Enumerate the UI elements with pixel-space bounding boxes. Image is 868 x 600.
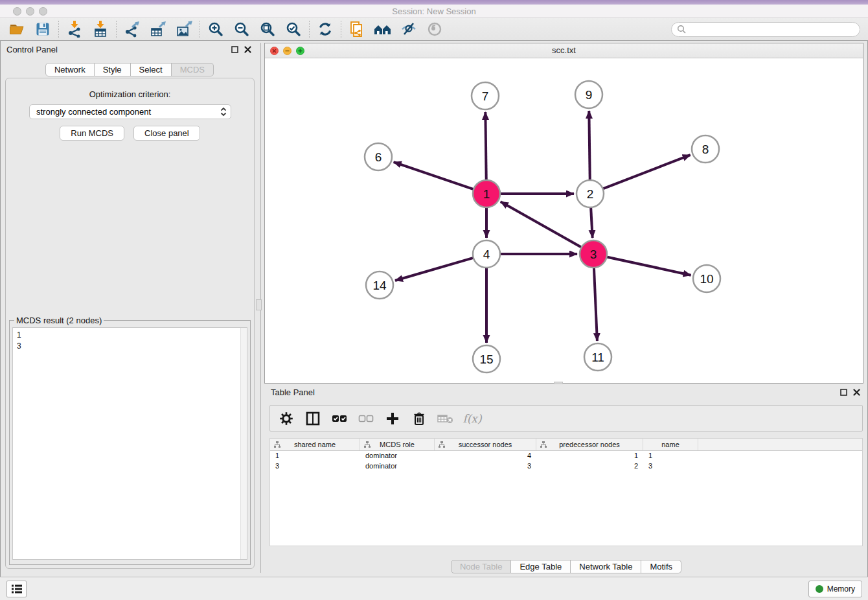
column-header-predecessor-nodes[interactable]: predecessor nodes bbox=[536, 439, 643, 450]
tab-mcds[interactable]: MCDS bbox=[172, 63, 214, 76]
zoom-fit-icon[interactable] bbox=[255, 19, 280, 39]
cell-predecessor-nodes: 1 bbox=[536, 451, 643, 461]
tab-network-table[interactable]: Network Table bbox=[571, 560, 641, 573]
hide-graphics-details-icon[interactable] bbox=[396, 19, 422, 39]
cell-MCDS-role: dominator bbox=[360, 451, 435, 461]
column-header-name[interactable]: name bbox=[643, 439, 698, 450]
tab-motifs[interactable]: Motifs bbox=[641, 560, 681, 573]
titlebar: Session: New Session bbox=[0, 0, 868, 18]
tab-select[interactable]: Select bbox=[131, 63, 172, 76]
open-session-icon[interactable] bbox=[4, 19, 30, 39]
column-header-shared-name[interactable]: shared name bbox=[270, 439, 360, 450]
graph-edge-2-9[interactable] bbox=[589, 111, 589, 180]
column-header-successor-nodes[interactable]: successor nodes bbox=[435, 439, 536, 450]
close-panel-button[interactable]: Close panel bbox=[133, 126, 200, 141]
refresh-layout-icon[interactable] bbox=[312, 19, 338, 39]
search-field[interactable] bbox=[671, 22, 860, 37]
mcds-result-lines: 1 3 bbox=[13, 328, 247, 354]
splitter-handle[interactable] bbox=[256, 299, 262, 310]
graph-edge-1-7[interactable] bbox=[485, 112, 486, 180]
table-body: 1dominator4113dominator323 bbox=[270, 451, 862, 472]
search-icon bbox=[677, 25, 687, 34]
table-settings-icon[interactable] bbox=[278, 410, 295, 427]
import-table-icon[interactable] bbox=[87, 19, 113, 39]
tab-node-table[interactable]: Node Table bbox=[451, 560, 512, 573]
export-image-icon[interactable] bbox=[171, 19, 197, 39]
dropdown-stepper-icon bbox=[220, 107, 227, 117]
run-mcds-button[interactable]: Run MCDS bbox=[60, 126, 124, 141]
graph-edge-3-10[interactable] bbox=[607, 257, 691, 275]
table-toolbar: f(x) bbox=[269, 405, 863, 432]
mcds-result-textarea[interactable]: 1 3 bbox=[12, 327, 247, 560]
float-panel-icon[interactable] bbox=[840, 389, 847, 396]
cell-MCDS-role: dominator bbox=[360, 461, 435, 472]
float-panel-icon[interactable] bbox=[231, 46, 238, 53]
search-input[interactable] bbox=[690, 25, 854, 34]
node-table[interactable]: shared nameMCDS rolesuccessor nodesprede… bbox=[269, 438, 863, 546]
export-network-icon[interactable] bbox=[119, 19, 145, 39]
status-bar: Memory bbox=[0, 577, 868, 600]
delete-row-icon[interactable] bbox=[411, 410, 428, 427]
window-title: Session: New Session bbox=[0, 5, 868, 18]
graph-edge-3-11[interactable] bbox=[594, 268, 597, 341]
toolbar-separator bbox=[116, 21, 117, 38]
show-graphics-details-icon[interactable] bbox=[422, 19, 448, 39]
deselect-all-checkboxes-icon[interactable] bbox=[358, 410, 374, 427]
dropdown-value: strongly connected component bbox=[36, 107, 220, 117]
control-panel: Control Panel NetworkStyleSelectMCDS Opt… bbox=[0, 43, 259, 573]
column-header-MCDS-role[interactable]: MCDS role bbox=[360, 439, 435, 450]
graph-edge-4-14[interactable] bbox=[395, 258, 474, 281]
graph-edge-2-8[interactable] bbox=[603, 155, 691, 189]
zoom-in-icon[interactable] bbox=[203, 19, 229, 39]
graph-edge-1-6[interactable] bbox=[394, 162, 474, 189]
application-window: Session: New Session bbox=[0, 0, 868, 600]
table-panel: Table Panel bbox=[264, 386, 868, 573]
graph-edge-2-3[interactable] bbox=[591, 207, 593, 238]
task-history-button[interactable] bbox=[6, 581, 27, 597]
close-panel-icon[interactable] bbox=[853, 389, 860, 396]
graph-node-label: 7 bbox=[482, 89, 489, 103]
table-panel-title: Table Panel bbox=[271, 387, 315, 397]
table-row[interactable]: 3dominator323 bbox=[270, 461, 862, 472]
tab-style[interactable]: Style bbox=[95, 63, 131, 76]
mcds-result-group: MCDS result (2 nodes) 1 3 bbox=[9, 320, 251, 565]
columns-icon[interactable] bbox=[304, 410, 321, 427]
network-window-titlebar[interactable]: scc.txt bbox=[265, 43, 863, 58]
horizontal-splitter-handle[interactable] bbox=[554, 382, 563, 384]
add-row-icon[interactable] bbox=[384, 410, 401, 427]
save-session-icon[interactable] bbox=[30, 19, 56, 39]
titlebar-accent-strip bbox=[0, 0, 868, 5]
network-overview-icon[interactable] bbox=[370, 19, 396, 39]
graph-edge-3-1[interactable] bbox=[501, 202, 582, 247]
tab-network[interactable]: Network bbox=[45, 63, 95, 76]
export-table-icon[interactable] bbox=[145, 19, 171, 39]
cell-shared-name: 1 bbox=[270, 451, 360, 461]
graph-node-label: 4 bbox=[483, 248, 490, 261]
select-all-checkboxes-icon[interactable] bbox=[331, 410, 348, 427]
optimization-criterion-dropdown[interactable]: strongly connected component bbox=[29, 104, 231, 119]
tab-edge-table[interactable]: Edge Table bbox=[511, 560, 571, 573]
delete-table-icon bbox=[437, 410, 454, 427]
mcds-panel: Optimization criterion: strongly connect… bbox=[5, 78, 255, 569]
cell-predecessor-nodes: 2 bbox=[536, 461, 643, 472]
function-builder-icon: f(x) bbox=[464, 410, 481, 427]
zoom-out-icon[interactable] bbox=[229, 19, 255, 39]
graph-node-label: 1 bbox=[483, 187, 490, 201]
memory-button[interactable]: Memory bbox=[808, 581, 862, 597]
network-canvas[interactable]: 7968124314101511 bbox=[265, 58, 863, 383]
result-scrollbar[interactable] bbox=[240, 328, 247, 559]
clone-network-icon[interactable] bbox=[344, 19, 370, 39]
list-icon bbox=[10, 583, 23, 595]
cell-name: 1 bbox=[643, 451, 698, 461]
zoom-selected-icon[interactable] bbox=[280, 19, 306, 39]
table-row[interactable]: 1dominator411 bbox=[270, 451, 862, 461]
control-panel-title: Control Panel bbox=[6, 45, 58, 54]
optimization-criterion-label: Optimization criterion: bbox=[6, 89, 254, 99]
graph-node-label: 2 bbox=[587, 187, 594, 201]
memory-status-icon bbox=[816, 585, 823, 593]
close-panel-icon[interactable] bbox=[244, 46, 251, 53]
graph-node-label: 14 bbox=[372, 279, 387, 292]
graph-node-label: 9 bbox=[586, 88, 593, 102]
import-network-icon[interactable] bbox=[62, 19, 87, 39]
control-panel-tabs: NetworkStyleSelectMCDS bbox=[0, 63, 259, 76]
